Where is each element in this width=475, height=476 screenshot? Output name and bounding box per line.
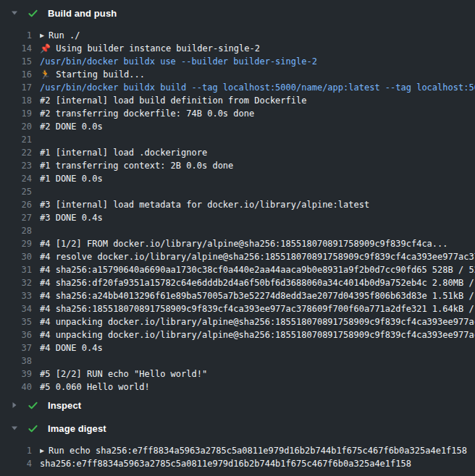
log-line: 40#5 0.060 Hello world! (0, 381, 475, 394)
log-line: 15/usr/bin/docker buildx use --builder b… (0, 55, 475, 68)
expand-caret-icon[interactable]: ▶ (40, 444, 44, 457)
line-number[interactable]: 30 (0, 250, 32, 263)
line-number[interactable]: 25 (0, 185, 32, 198)
step-title: Image digest (48, 423, 106, 434)
run-group-line[interactable]: ▶Run ./ (40, 29, 475, 42)
log-line: 31#4 sha256:a15790640a6690aa1730c38cf0a4… (0, 263, 475, 276)
log-text: #1 [internal] load .dockerignore (40, 146, 475, 159)
log-text (40, 224, 475, 237)
line-number[interactable]: 21 (0, 133, 32, 146)
line-number[interactable]: 14 (0, 42, 32, 55)
log-line: 22#1 [internal] load .dockerignore (0, 146, 475, 159)
log-line: 27#3 DONE 0.4s (0, 211, 475, 224)
step-build-and-push: Build and push 1▶Run ./14📌 Using builder… (0, 0, 475, 394)
log-line: 4sha256:e7ff8834a5963a2785c5a0811e979d16… (0, 457, 475, 470)
line-number[interactable]: 1 (0, 29, 32, 42)
log-text: sha256:e7ff8834a5963a2785c5a0811e979d16b… (40, 457, 475, 470)
log-text: 🏃 Starting build... (40, 68, 475, 81)
line-number[interactable]: 32 (0, 276, 32, 289)
actions-log-viewer: Build and push 1▶Run ./14📌 Using builder… (0, 0, 475, 476)
log-text: #3 DONE 0.4s (40, 211, 475, 224)
line-number[interactable]: 16 (0, 68, 32, 81)
log-line: 20#2 DONE 0.0s (0, 120, 475, 133)
line-number[interactable]: 26 (0, 198, 32, 211)
log-text: #4 sha256:df20fa9351a15782c64e6dddb2d4a6… (40, 276, 475, 289)
line-number[interactable]: 18 (0, 94, 32, 107)
log-text: #4 DONE 0.4s (40, 341, 475, 354)
log-line: 29#4 [1/2] FROM docker.io/library/alpine… (0, 237, 475, 250)
step-inspect: Inspect (0, 394, 475, 417)
log-text: #4 sha256:a15790640a6690aa1730c38cf0a440… (40, 263, 475, 276)
log-text: #4 unpacking docker.io/library/alpine@sh… (40, 315, 475, 328)
line-number[interactable]: 17 (0, 81, 32, 94)
chevron-down-icon[interactable] (9, 425, 20, 432)
log-line: 32#4 sha256:df20fa9351a15782c64e6dddb2d4… (0, 276, 475, 289)
log-line: 35#4 unpacking docker.io/library/alpine@… (0, 315, 475, 328)
line-number[interactable]: 27 (0, 211, 32, 224)
step-header-image-digest[interactable]: Image digest (0, 417, 475, 440)
log-text: 📌 Using builder instance builder-single-… (40, 42, 475, 55)
chevron-down-icon[interactable] (9, 9, 20, 17)
line-number[interactable]: 4 (0, 457, 32, 470)
log-line: 28 (0, 224, 475, 237)
line-number[interactable]: 15 (0, 55, 32, 68)
line-number[interactable]: 22 (0, 146, 32, 159)
line-number[interactable]: 39 (0, 367, 32, 381)
line-number[interactable]: 35 (0, 315, 32, 328)
log-text: #5 0.060 Hello world! (40, 381, 475, 394)
log-text: #3 [internal] load metadata for docker.i… (40, 198, 475, 211)
log-line: 39#5 [2/2] RUN echo "Hello world!" (0, 367, 475, 381)
line-number[interactable]: 37 (0, 341, 32, 354)
log-line: 17/usr/bin/docker buildx build --tag loc… (0, 81, 475, 94)
run-group-line[interactable]: ▶Run echo sha256:e7ff8834a5963a2785c5a08… (40, 444, 475, 457)
line-number[interactable]: 23 (0, 159, 32, 172)
line-number[interactable]: 19 (0, 107, 32, 120)
log-line: 21 (0, 133, 475, 146)
log-text (40, 354, 475, 367)
log-text: #5 [2/2] RUN echo "Hello world!" (40, 367, 475, 381)
log-line: 14📌 Using builder instance builder-singl… (0, 42, 475, 55)
log-text: #4 sha256:185518070891758909c9f839cf4ca3… (40, 302, 475, 315)
chevron-right-icon[interactable] (9, 401, 20, 409)
step-image-digest: Image digest 1▶Run echo sha256:e7ff8834a… (0, 417, 475, 470)
line-number[interactable]: 36 (0, 328, 32, 341)
check-icon (26, 423, 39, 434)
log-line: 25 (0, 185, 475, 198)
log-line: 26#3 [internal] load metadata for docker… (0, 198, 475, 211)
log-line: 24#1 DONE 0.0s (0, 172, 475, 185)
line-number[interactable]: 29 (0, 237, 32, 250)
check-icon (26, 8, 39, 19)
log-line: 16🏃 Starting build... (0, 68, 475, 81)
log-line: 34#4 sha256:185518070891758909c9f839cf4c… (0, 302, 475, 315)
step-header-build-and-push[interactable]: Build and push (0, 0, 475, 26)
line-number[interactable]: 34 (0, 302, 32, 315)
log-text: /usr/bin/docker buildx build --tag local… (40, 81, 475, 94)
step-log-lines: 1▶Run ./14📌 Using builder instance build… (0, 26, 475, 394)
line-number[interactable]: 1 (0, 444, 32, 457)
check-icon (26, 400, 39, 411)
line-number[interactable]: 24 (0, 172, 32, 185)
expand-caret-icon[interactable]: ▶ (40, 29, 44, 42)
log-text: #1 DONE 0.0s (40, 172, 475, 185)
step-title: Inspect (48, 400, 81, 411)
step-log-lines: 1▶Run echo sha256:e7ff8834a5963a2785c5a0… (0, 440, 475, 470)
line-number[interactable]: 38 (0, 354, 32, 367)
log-text: #1 transferring context: 2B 0.0s done (40, 159, 475, 172)
log-text: /usr/bin/docker buildx use --builder bui… (40, 55, 475, 68)
log-line: 36#4 unpacking docker.io/library/alpine@… (0, 328, 475, 341)
line-number[interactable]: 28 (0, 224, 32, 237)
log-line: 1▶Run echo sha256:e7ff8834a5963a2785c5a0… (0, 444, 475, 457)
log-text: #4 [1/2] FROM docker.io/library/alpine@s… (40, 237, 475, 250)
log-line: 37#4 DONE 0.4s (0, 341, 475, 354)
line-number[interactable]: 20 (0, 120, 32, 133)
log-text: #4 sha256:a24bb4013296f61e89ba57005a7b3e… (40, 289, 475, 302)
log-line: 18#2 [internal] load build definition fr… (0, 94, 475, 107)
line-number[interactable]: 40 (0, 381, 32, 394)
log-line: 30#4 resolve docker.io/library/alpine@sh… (0, 250, 475, 263)
log-line: 19#2 transferring dockerfile: 74B 0.0s d… (0, 107, 475, 120)
log-text: #4 resolve docker.io/library/alpine@sha2… (40, 250, 475, 263)
log-line: 1▶Run ./ (0, 29, 475, 42)
line-number[interactable]: 33 (0, 289, 32, 302)
step-header-inspect[interactable]: Inspect (0, 394, 475, 417)
line-number[interactable]: 31 (0, 263, 32, 276)
